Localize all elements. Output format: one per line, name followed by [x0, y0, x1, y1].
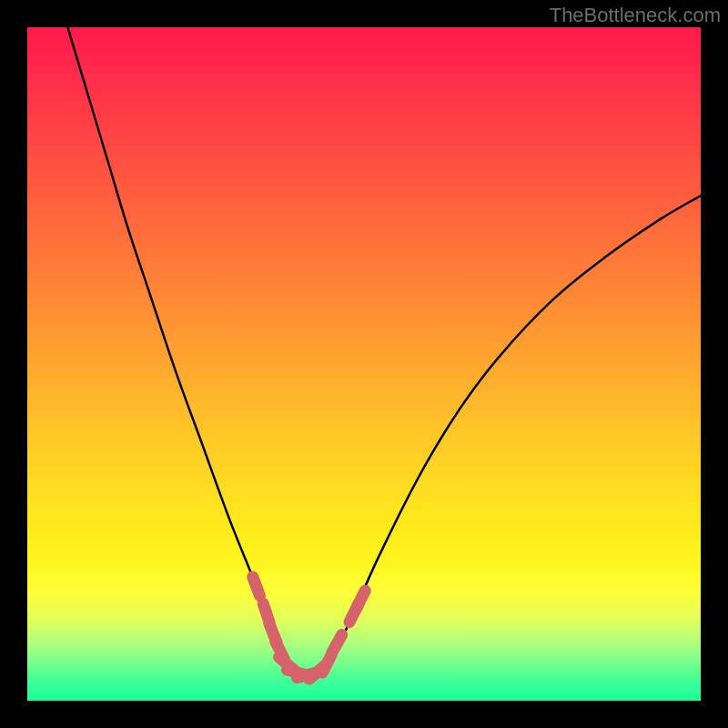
watermark-text: TheBottleneck.com — [550, 4, 721, 27]
chart-frame: TheBottleneck.com — [0, 0, 728, 728]
plot-area — [27, 27, 701, 701]
gradient-background — [27, 27, 701, 701]
